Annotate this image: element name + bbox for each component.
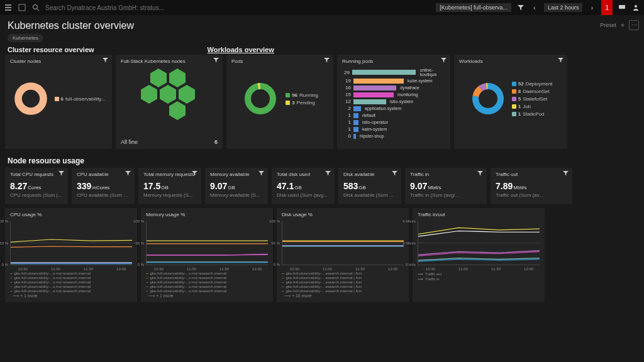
prev-timeframe-icon[interactable]: ‹ [530, 3, 539, 12]
chart-legend-item[interactable]: ⟿ Traffic out [418, 272, 540, 276]
metric-title: Traffic out [496, 172, 567, 177]
chart-legend-item[interactable]: ~ gke-full-observability-...s.rnd-resear… [10, 272, 132, 275]
card-pods[interactable]: Pods 96 Running 3 Pending [226, 55, 333, 149]
card-running-pods[interactable]: Running pods 29online-boutique19kube-sys… [337, 55, 450, 149]
search-input[interactable] [45, 4, 431, 11]
card-cluster-nodes[interactable]: Cluster nodes 6 full-observability... [5, 55, 112, 149]
logo-icon [18, 3, 26, 12]
metric-card[interactable]: CPU available 339mCores CPU available (S… [72, 168, 135, 204]
metric-title: CPU available [77, 172, 130, 177]
card-filter-icon[interactable] [558, 57, 564, 64]
card-filter-icon[interactable] [324, 57, 330, 64]
line-chart: 100 %50 %0 % 10:3011:0011:3012:00 [10, 221, 132, 265]
running-pods-row[interactable]: 29online-boutique [342, 68, 445, 77]
metric-sub: Traffic in (Sum (avg/... [410, 192, 482, 198]
metric-card[interactable]: Total disk used 47.1GB Disk used (Sum (a… [272, 168, 335, 204]
chart-legend-item[interactable]: ~ gke-full-observability-....esearch.int… [282, 272, 404, 275]
running-pods-row[interactable]: 0hipster-shop [342, 133, 445, 139]
chart-title: CPU usage % [10, 212, 132, 217]
running-pods-row[interactable]: 1kalm-system [342, 126, 445, 132]
workloads-donut [469, 80, 507, 118]
chart-more[interactable]: ⟿ + 1 more [148, 293, 268, 299]
metric-card[interactable]: Total CPU requests 8.27Cores CPU request… [5, 168, 68, 204]
metric-card[interactable]: Traffic in 9.07Mbit/s Traffic in (Sum (a… [405, 168, 487, 204]
card-filter-icon[interactable] [392, 170, 397, 177]
running-pods-row[interactable]: 1default [342, 112, 445, 118]
chart-legend-item[interactable]: ~ gke-full-observability-....esearch.int… [282, 276, 404, 280]
chart-legend-item[interactable]: ~ gke-full-observability-....esearch.int… [282, 280, 404, 284]
search-icon[interactable] [31, 3, 40, 12]
card-filter-icon[interactable] [563, 170, 569, 177]
favorite-icon[interactable]: ★ [620, 22, 625, 28]
chart-legend-item[interactable]: ~ gke-full-observability-...s.rnd-resear… [146, 272, 268, 275]
svg-point-1 [33, 5, 38, 9]
metric-sub: CPU requests (Sum (... [10, 192, 63, 198]
chart-legend-item[interactable]: ~ gke-full-observability-...s.rnd-resear… [10, 280, 132, 284]
metric-sub: Disk available (Sum ... [343, 192, 396, 198]
chart-card[interactable]: Traffic in/out 4 Mbit/s2 Mbit/s0 bit/s 1… [413, 208, 545, 302]
svg-point-4 [18, 86, 43, 111]
card-filter-icon[interactable] [58, 170, 64, 177]
breadcrumb[interactable]: Kubernetes [8, 34, 43, 42]
chart-card[interactable]: Disk usage % 100 %50 %0 % 10:3011:0011:3… [277, 208, 409, 302]
metric-value: 17.5 [143, 181, 160, 191]
card-filter-icon[interactable] [258, 170, 264, 177]
user-icon[interactable] [631, 3, 640, 12]
hex-chart [121, 64, 218, 121]
card-title: Full-Stack Kubernetes nodes [121, 58, 218, 64]
metric-card[interactable]: Total memory requests 17.5GB Memory requ… [138, 168, 201, 204]
menu-icon[interactable] [4, 3, 13, 12]
card-filter-icon[interactable] [325, 170, 331, 177]
next-timeframe-icon[interactable]: › [587, 3, 596, 12]
fullstack-count: 6 [214, 139, 218, 145]
chart-legend-item[interactable]: ~ gke-full-observability-...s.rnd-resear… [146, 289, 268, 293]
card-filter-icon[interactable] [477, 170, 483, 177]
card-filter-icon[interactable] [441, 57, 447, 64]
section-cluster-overview: Cluster resource overview [8, 46, 94, 53]
running-pods-row[interactable]: 12istio-system [342, 99, 445, 104]
chart-legend-item[interactable]: ~ gke-full-observability-...s.rnd-resear… [146, 276, 268, 280]
chart-legend-item[interactable]: ~ gke-full-observability-....esearch.int… [282, 285, 404, 288]
metric-title: Total disk used [277, 172, 330, 177]
chart-legend-item[interactable]: ~ gke-full-observability-....esearch.int… [282, 289, 404, 293]
alert-badge[interactable]: 1 [601, 0, 613, 15]
card-title: Cluster nodes [10, 58, 107, 64]
svg-rect-0 [19, 4, 25, 11]
section-workloads-overview[interactable]: Workloads overview [208, 46, 274, 53]
chart-more[interactable]: ⟿ + 1 more [13, 293, 132, 299]
chart-legend-item[interactable]: ~ gke-full-observability-...s.rnd-resear… [10, 289, 132, 293]
metric-value: 47.1 [277, 181, 294, 191]
svg-rect-2 [619, 5, 625, 9]
chart-card[interactable]: CPU usage % 100 %50 %0 % 10:3011:0011:30… [5, 208, 137, 302]
chart-legend-item[interactable]: ~ gke-full-observability-...s.rnd-resear… [10, 285, 132, 288]
metric-sub: Traffic out (Sum (av... [496, 192, 567, 198]
card-fullstack-nodes[interactable]: Full-Stack Kubernetes nodes All fine6 [116, 55, 223, 149]
metric-card[interactable]: Traffic out 7.89Mbit/s Traffic out (Sum … [491, 168, 572, 204]
chart-legend-item[interactable]: ⟿ Traffic in [418, 277, 540, 281]
metric-card[interactable]: Memory available 9.07GB Memory available… [205, 168, 268, 204]
metric-card[interactable]: Disk available 583GB Disk available (Sum… [338, 168, 401, 204]
running-pods-row[interactable]: 19kube-system [342, 78, 445, 84]
card-workloads[interactable]: Workloads 52 Deployment8 DaemonSet5 Stat… [454, 55, 567, 149]
card-filter-icon[interactable] [213, 57, 219, 64]
running-pods-row[interactable]: 2application-system [342, 106, 445, 111]
timeframe-picker[interactable]: Last 2 hours [544, 3, 583, 12]
chat-icon[interactable] [618, 3, 626, 12]
card-filter-icon[interactable] [192, 170, 197, 177]
more-menu-icon[interactable]: ⋯ [629, 20, 639, 30]
running-pods-row[interactable]: 1istio-operator [342, 119, 445, 125]
chart-legend-item[interactable]: ~ gke-full-observability-...s.rnd-resear… [146, 285, 268, 288]
chart-legend-item[interactable]: ~ gke-full-observability-...s.rnd-resear… [10, 276, 132, 280]
scope-pill[interactable]: [Kubernetes] full-observa... [436, 3, 511, 12]
running-pods-row[interactable]: 16dynatrace [342, 85, 445, 90]
card-filter-icon[interactable] [125, 170, 131, 177]
chart-legend-item[interactable]: ~ gke-full-observability-...s.rnd-resear… [146, 280, 268, 284]
chart-more[interactable]: ⟿ + 16 more [284, 293, 404, 299]
chart-title: Disk usage % [282, 212, 404, 217]
card-filter-icon[interactable] [103, 57, 108, 64]
chart-card[interactable]: Memory usage % 100 %50 %0 % 10:3011:0011… [141, 208, 273, 302]
running-pods-row[interactable]: 15monitoring [342, 92, 445, 97]
metric-title: Total memory requests [143, 172, 196, 177]
filter-icon[interactable] [516, 3, 525, 12]
metric-value: 8.27 [10, 181, 27, 191]
